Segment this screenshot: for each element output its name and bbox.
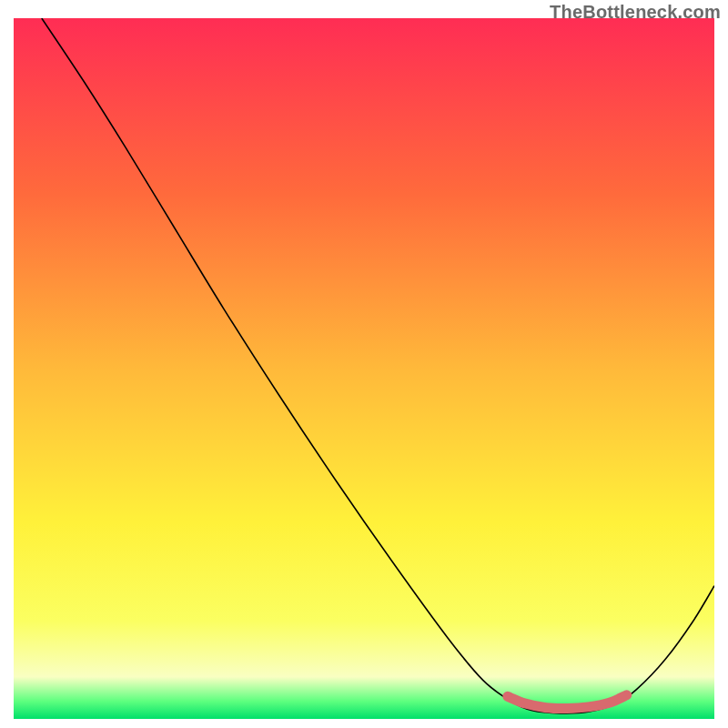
- gradient-background: [14, 18, 714, 719]
- plot-area: [14, 18, 714, 719]
- chart-container: TheBottleneck.com: [0, 0, 728, 728]
- chart-svg: [14, 18, 714, 719]
